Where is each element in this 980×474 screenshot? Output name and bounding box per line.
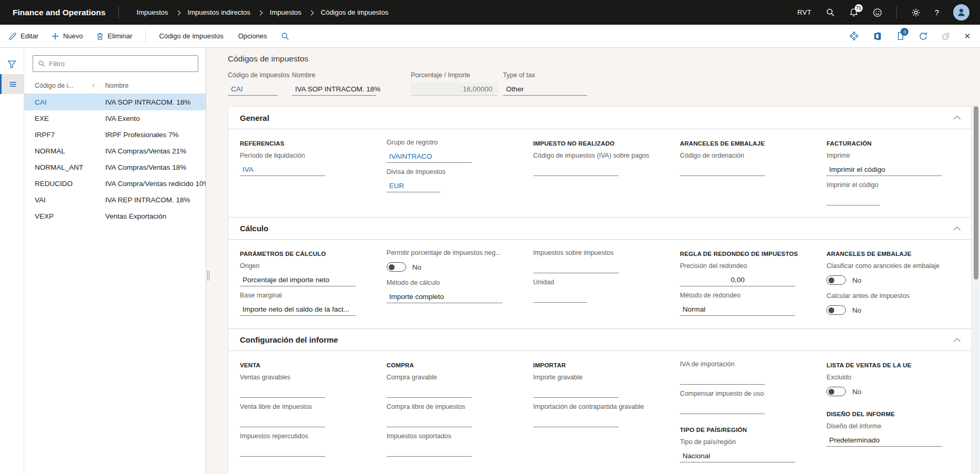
filter-input[interactable] xyxy=(49,60,193,68)
close-icon[interactable]: ✕ xyxy=(964,32,971,41)
field-value[interactable]: Other xyxy=(503,83,587,96)
field-value[interactable]: Imprimir el código xyxy=(826,163,942,176)
chevron-up-icon[interactable] xyxy=(954,226,961,233)
field-value[interactable] xyxy=(680,372,765,385)
field-value[interactable]: Importe completo xyxy=(387,290,502,303)
field-value[interactable]: IVAINTRACO xyxy=(387,150,472,163)
field-value[interactable] xyxy=(533,290,587,303)
help-icon[interactable]: ? xyxy=(935,8,939,17)
breadcrumb-item-2[interactable]: Impuestos indirectos xyxy=(188,8,250,16)
section-header-c-lculo[interactable]: Cálculo xyxy=(228,217,971,240)
field-value[interactable]: IVA xyxy=(240,163,325,176)
alerts-bell-icon[interactable]: 71 xyxy=(849,8,858,17)
field-value[interactable]: CAI xyxy=(228,83,278,96)
apps-diamond-icon[interactable] xyxy=(849,31,859,41)
new-button[interactable]: Nuevo xyxy=(51,32,83,40)
field-label: Impuestos soportados xyxy=(387,432,520,442)
list-item[interactable]: VAIIVA REP INTRACOM. 18% xyxy=(24,192,206,208)
list-item[interactable]: CAIIVA SOP INTRACOM. 18% xyxy=(24,94,206,110)
field-value[interactable]: Nacional xyxy=(680,449,795,462)
list-item[interactable]: IRPF7IRPF Profesionales 7% xyxy=(24,127,206,143)
search-in-page-icon[interactable] xyxy=(281,32,289,40)
chevron-up-icon[interactable] xyxy=(954,338,961,345)
field-value[interactable] xyxy=(826,192,880,205)
feedback-smiley-icon[interactable] xyxy=(873,8,882,17)
field-value[interactable] xyxy=(240,444,325,457)
message-center-icon[interactable]: 0 xyxy=(896,32,905,40)
scrollbar-thumb[interactable] xyxy=(974,106,978,280)
breadcrumb: Impuestos Impuestos indirectos Impuestos… xyxy=(137,8,389,16)
tab-options[interactable]: Opciones xyxy=(237,32,268,40)
field-value[interactable] xyxy=(240,414,325,427)
delete-button[interactable]: Eliminar xyxy=(96,32,133,40)
list-item[interactable]: NORMAL_ANTIVA Compras/Ventas 18% xyxy=(24,159,206,176)
field-value[interactable]: Porcentaje del importe neto xyxy=(240,273,356,286)
delete-button-label: Eliminar xyxy=(108,32,133,40)
show-list-pane-button[interactable] xyxy=(0,74,24,94)
field-label: Importe gravable xyxy=(533,374,666,383)
breadcrumb-item-1[interactable]: Impuestos xyxy=(137,8,168,16)
toggle-switch[interactable] xyxy=(387,262,406,272)
form-column: REGLA DE REDONDEO DE IMPUESTOSPrecisión … xyxy=(680,249,813,322)
field-value[interactable] xyxy=(387,385,472,398)
list-item[interactable]: VEXPVentas Exportación xyxy=(24,208,206,224)
column-header-name[interactable]: Nombre xyxy=(105,82,206,89)
field-label: Imprimir el código xyxy=(826,181,959,191)
pane-splitter[interactable] xyxy=(206,48,211,474)
field-unidad: Unidad xyxy=(533,279,666,303)
filter-box[interactable] xyxy=(33,55,198,72)
app-brand[interactable]: Finance and Operations xyxy=(0,8,118,17)
breadcrumb-item-3[interactable]: Impuestos xyxy=(270,8,301,16)
field-value[interactable]: EUR xyxy=(387,179,440,192)
office-icon[interactable] xyxy=(873,32,882,41)
user-avatar[interactable] xyxy=(953,4,969,20)
edit-button[interactable]: Editar xyxy=(8,32,38,40)
field-value[interactable]: Normal xyxy=(680,303,795,316)
field-value[interactable] xyxy=(680,401,765,414)
vertical-scrollbar[interactable] xyxy=(973,105,979,474)
search-icon[interactable] xyxy=(826,8,835,17)
list-item-name: IVA Compras/Ventas 18% xyxy=(105,163,206,171)
list-header: Código de i... ↑ Nombre xyxy=(24,77,206,94)
field-value[interactable] xyxy=(387,444,472,457)
tab-tax-code[interactable]: Código de impuestos xyxy=(158,32,225,40)
settings-gear-icon[interactable] xyxy=(911,8,921,17)
list-item[interactable]: NORMALIVA Compras/Ventas 21% xyxy=(24,143,206,159)
field-value[interactable] xyxy=(533,414,619,427)
field-label: Clasificar como aranceles de embalaje xyxy=(826,262,959,272)
toggle-switch[interactable] xyxy=(826,275,846,285)
field-value[interactable] xyxy=(533,163,619,176)
toggle-switch[interactable] xyxy=(826,305,846,315)
field-value[interactable] xyxy=(533,260,619,273)
field-value[interactable] xyxy=(533,385,619,398)
field-impuestos-soportados: Impuestos soportados xyxy=(387,432,520,457)
section-header-configuraci-n-del-informe[interactable]: Configuración del informe xyxy=(228,328,971,351)
list-item-name: IVA REP INTRACOM. 18% xyxy=(105,196,206,204)
chevron-up-icon[interactable] xyxy=(954,116,961,122)
record-header-fields: Código de impuestos CAI Nombre IVA SOP I… xyxy=(228,71,980,96)
field-value[interactable]: IVA SOP INTRACOM. 18% xyxy=(292,83,376,96)
group-header-dise-o-del-informe: DISEÑO DEL INFORME xyxy=(826,411,959,417)
toggle-row: No xyxy=(387,260,520,274)
list-item[interactable]: EXEIVA Exento xyxy=(24,110,206,127)
list-item-name: IRPF Profesionales 7% xyxy=(105,131,206,139)
refresh-icon[interactable] xyxy=(918,32,928,41)
field-value[interactable] xyxy=(240,385,325,398)
column-header-code[interactable]: Código de i... xyxy=(35,82,92,89)
left-icon-strip xyxy=(0,48,24,474)
field-value[interactable]: 0,00 xyxy=(680,273,795,286)
field-value[interactable] xyxy=(387,414,472,427)
section-header-general[interactable]: General xyxy=(228,107,971,129)
breadcrumb-item-4[interactable]: Códigos de impuestos xyxy=(321,8,389,16)
field-value[interactable] xyxy=(680,163,765,176)
sort-ascending-icon[interactable]: ↑ xyxy=(92,82,105,89)
toggle-switch[interactable] xyxy=(826,387,846,396)
form-column: Impuestos sobre impuestos Unidad xyxy=(533,249,666,322)
legal-entity-picker[interactable]: RVT xyxy=(797,8,812,16)
field-value[interactable]: Importe neto del saldo de la fact... xyxy=(240,303,356,316)
splitter-handle-icon[interactable] xyxy=(207,271,209,281)
open-in-new-window-icon[interactable] xyxy=(942,32,950,40)
filter-pane-button[interactable] xyxy=(0,54,24,74)
field-value[interactable]: Predeterminado xyxy=(826,434,942,447)
list-item[interactable]: REDUCIDOIVA Compra/Ventas redicido 10% xyxy=(24,176,206,192)
